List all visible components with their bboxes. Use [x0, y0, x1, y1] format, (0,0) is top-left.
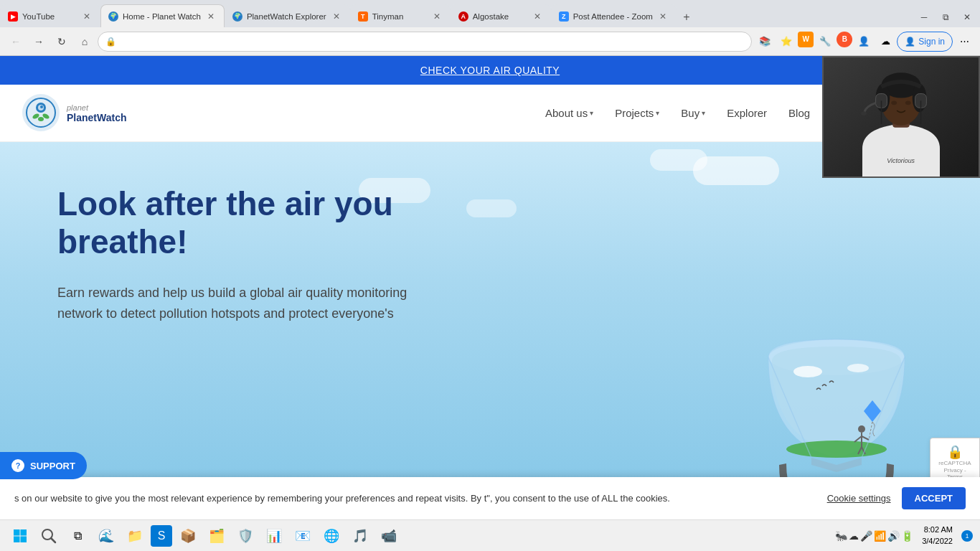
refresh-button[interactable]: ↻ — [52, 32, 72, 52]
tinyman-favicon: T — [358, 11, 368, 22]
brave-icon[interactable]: B — [837, 32, 852, 47]
tab-bar: ▶ YouTube ✕ 🌍 Home - Planet Watch ✕ 🌍 Pl… — [0, 0, 980, 27]
nav-link-buy[interactable]: Buy ▾ — [681, 107, 705, 119]
svg-rect-36 — [14, 529, 20, 536]
taskbar-icon-7[interactable]: 📊 — [261, 523, 287, 549]
logo-text: PlanetWatch — [67, 112, 127, 123]
svg-point-31 — [861, 111, 867, 116]
new-tab-button[interactable]: + — [677, 7, 697, 27]
notification-badge[interactable]: 1 — [961, 530, 973, 542]
planetwatch-explorer-favicon: 🌍 — [232, 11, 242, 22]
forward-button[interactable]: → — [29, 32, 49, 52]
hero-content: Look after the air you breathe! Earn rew… — [57, 185, 488, 324]
search-icon — [41, 528, 57, 544]
hero-description: Earn rewards and help us build a global … — [57, 283, 416, 324]
nav-link-projects[interactable]: Projects ▾ — [615, 107, 659, 119]
tab-planetwatch-explorer-title: PlanetWatch Explorer — [247, 12, 326, 21]
svg-point-12 — [858, 425, 865, 433]
taskbar-icon-9[interactable]: 🌐 — [319, 523, 344, 549]
support-question-icon: ? — [11, 459, 24, 472]
taskbar-icon-4[interactable]: 📦 — [175, 523, 201, 549]
menu-icon[interactable]: ⋯ — [954, 32, 974, 52]
wallet-icon[interactable]: W — [798, 32, 814, 47]
wifi-icon[interactable]: 📶 — [874, 530, 886, 542]
taskbar: ⧉ 🌊 📁 S 📦 🗂️ 🛡️ 📊 📧 🌐 🎵 📹 🐜 ☁ 🎤 📶 🔊 🔋 8:… — [0, 519, 980, 551]
cookie-buttons: Cookie settings ACCEPT — [827, 487, 966, 509]
buy-chevron-icon: ▾ — [702, 109, 705, 117]
address-bar[interactable]: 🔒 https://www.planetwatch.us — [98, 32, 752, 52]
home-button[interactable]: ⌂ — [75, 32, 95, 52]
restore-button[interactable]: ⧉ — [936, 7, 956, 27]
tab-planetwatch-explorer[interactable]: 🌍 PlanetWatch Explorer ✕ — [225, 4, 350, 27]
taskbar-icon-6[interactable]: 🛡️ — [232, 523, 258, 549]
sync-icon[interactable]: ☁ — [875, 32, 895, 52]
nav-link-explorer[interactable]: Explorer — [727, 107, 767, 119]
hero-title: Look after the air you breathe! — [57, 185, 488, 261]
address-input[interactable]: https://www.planetwatch.us — [121, 36, 744, 47]
back-button[interactable]: ← — [6, 32, 26, 52]
tab-planetwatch-home-close[interactable]: ✕ — [205, 11, 217, 22]
explorer-icon[interactable]: 📁 — [122, 523, 148, 549]
mic-tray-icon[interactable]: 🎤 — [860, 530, 872, 542]
favorites-icon[interactable]: ⭐ — [776, 32, 796, 52]
site-logo[interactable]: planet PlanetWatch — [22, 93, 127, 133]
edge-icon[interactable]: 🌊 — [93, 523, 119, 549]
tab-youtube-close[interactable]: ✕ — [81, 11, 93, 22]
search-taskbar[interactable] — [36, 523, 62, 549]
cookie-accept-button[interactable]: ACCEPT — [902, 487, 966, 509]
task-view-icon[interactable]: ⧉ — [65, 523, 90, 549]
start-button[interactable] — [7, 523, 33, 549]
projects-chevron-icon: ▾ — [656, 109, 659, 117]
lock-icon: 🔒 — [105, 37, 116, 47]
nav-link-about[interactable]: About us ▾ — [545, 107, 593, 119]
tab-tinyman-close[interactable]: ✕ — [431, 11, 443, 22]
tab-tinyman[interactable]: T Tinyman ✕ — [350, 4, 451, 27]
minimize-button[interactable]: ─ — [914, 7, 934, 27]
recaptcha-text: reCAPTCHA — [938, 460, 972, 467]
antivirus-tray-icon[interactable]: 🐜 — [835, 530, 847, 542]
recaptcha-logo: 🔒 — [938, 444, 972, 460]
taskbar-icon-11[interactable]: 📹 — [376, 523, 402, 549]
svg-point-7 — [38, 117, 44, 121]
tab-zoom-close[interactable]: ✕ — [657, 11, 669, 22]
svg-point-10 — [847, 364, 869, 372]
sign-in-button[interactable]: 👤 Sign in — [897, 32, 953, 52]
svg-text:Victorious: Victorious — [887, 157, 915, 164]
sign-in-label: Sign in — [918, 37, 945, 47]
cookie-text: s on our website to give you the most re… — [14, 493, 813, 504]
cookie-banner: s on our website to give you the most re… — [0, 477, 980, 519]
check-air-quality-link[interactable]: CHECK YOUR AIR QUALITY — [420, 65, 560, 76]
support-button[interactable]: ? SUPPORT — [0, 452, 87, 479]
cloud-tray-icon[interactable]: ☁ — [849, 530, 859, 542]
tab-youtube[interactable]: ▶ YouTube ✕ — [0, 4, 100, 27]
tab-algostake-close[interactable]: ✕ — [532, 11, 543, 22]
tab-zoom[interactable]: Z Post Attendee - Zoom ✕ — [551, 4, 677, 27]
extensions-icon[interactable]: 🔧 — [815, 32, 835, 52]
system-clock[interactable]: 8:02 AM 3/4/2022 — [916, 524, 958, 547]
nav-link-blog[interactable]: Blog — [788, 107, 810, 119]
volume-icon[interactable]: 🔊 — [887, 530, 900, 542]
clock-date: 3/4/2022 — [922, 536, 953, 547]
zoom-person-video: Victorious — [824, 57, 979, 176]
algostake-favicon: A — [458, 11, 468, 22]
cloud-2 — [650, 149, 707, 171]
logo-svg — [22, 93, 61, 133]
hero-section: Look after the air you breathe! Earn rew… — [0, 142, 980, 494]
hero-illustration — [686, 271, 937, 494]
battery-icon[interactable]: 🔋 — [901, 530, 913, 542]
svg-rect-38 — [14, 536, 20, 542]
close-button[interactable]: ✕ — [957, 7, 977, 27]
taskbar-icon-10[interactable]: 🎵 — [347, 523, 373, 549]
cookie-settings-button[interactable]: Cookie settings — [827, 493, 891, 504]
taskbar-icon-8[interactable]: 📧 — [290, 523, 316, 549]
svg-line-41 — [51, 538, 55, 542]
collections-icon[interactable]: 📚 — [755, 32, 775, 52]
tab-planetwatch-explorer-close[interactable]: ✕ — [331, 11, 342, 22]
taskbar-icon-5[interactable]: 🗂️ — [204, 523, 230, 549]
profile-icon[interactable]: 👤 — [854, 32, 874, 52]
tab-algostake[interactable]: A Algostake ✕ — [451, 4, 551, 27]
svg-point-4 — [40, 105, 43, 108]
tab-tinyman-title: Tinyman — [372, 12, 427, 21]
taskbar-icon-3[interactable]: S — [151, 525, 172, 547]
tab-planetwatch-home[interactable]: 🌍 Home - Planet Watch ✕ — [100, 4, 225, 27]
